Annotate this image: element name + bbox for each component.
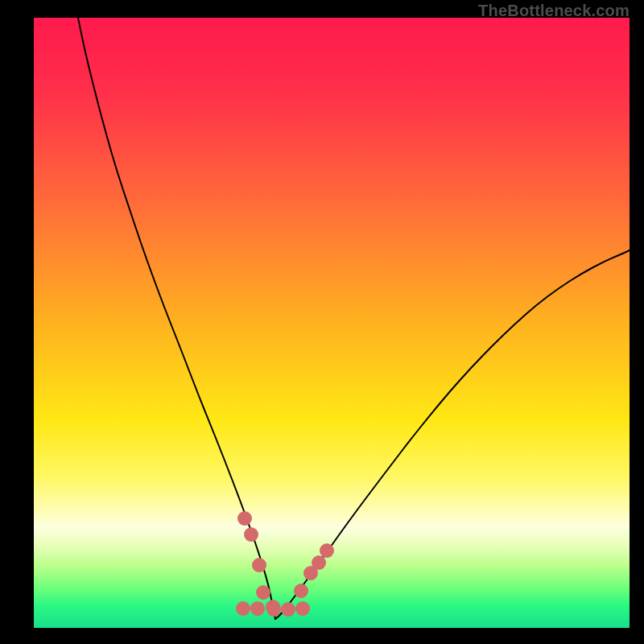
valley-dot	[312, 555, 326, 570]
valley-dot	[237, 511, 252, 526]
valley-dot	[294, 584, 308, 598]
valley-dot	[252, 558, 266, 572]
valley-dot	[320, 543, 334, 558]
bottleneck-chart	[34, 18, 630, 628]
plot-area	[34, 18, 630, 628]
valley-dot	[256, 585, 270, 600]
valley-dot	[250, 601, 265, 616]
valley-dot	[281, 602, 295, 617]
valley-dot	[266, 602, 281, 617]
gradient-background	[34, 18, 630, 628]
valley-dot	[236, 601, 250, 616]
valley-dot	[244, 527, 258, 542]
valley-dot	[295, 601, 310, 616]
chart-frame: TheBottleneck.com	[0, 0, 644, 644]
